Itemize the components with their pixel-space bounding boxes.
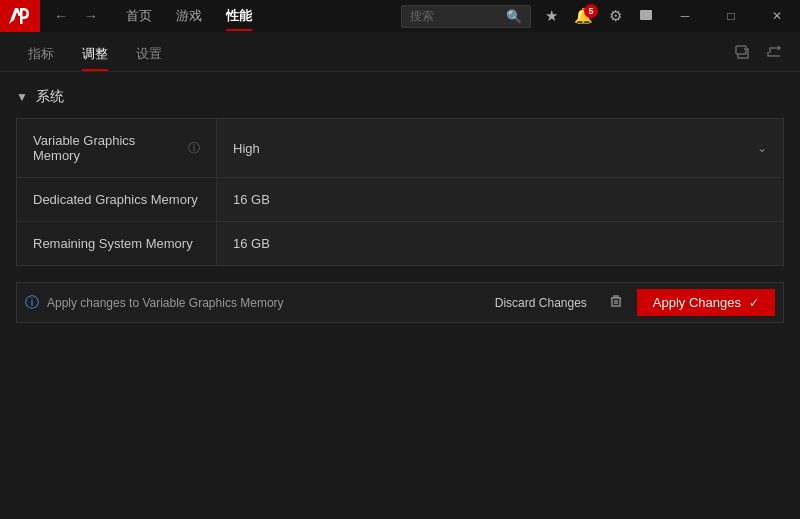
table-row: Variable Graphics Memory ⓘ High ⌄ [17, 119, 783, 178]
subnav-right [730, 42, 786, 71]
search-box[interactable]: 🔍 [401, 5, 531, 28]
remaining-memory-value-text: 16 GB [233, 236, 270, 251]
amd-logo-icon [9, 8, 31, 24]
dropdown-arrow-icon: ⌄ [757, 141, 767, 155]
apply-changes-label: Apply Changes [653, 295, 741, 310]
variable-graphics-label: Variable Graphics Memory ⓘ [17, 119, 217, 177]
variable-graphics-label-text: Variable Graphics Memory [33, 133, 182, 163]
titlebar-left: ← → 首页 游戏 性能 [0, 0, 266, 32]
window-controls: ─ □ ✕ [662, 0, 800, 32]
nav-item-home[interactable]: 首页 [116, 1, 162, 31]
settings-icon[interactable]: ⚙ [601, 1, 630, 31]
maximize-button[interactable]: □ [708, 0, 754, 32]
subnav: 指标 调整 设置 [0, 32, 800, 72]
action-bar: ⓘ Apply changes to Variable Graphics Mem… [16, 282, 784, 323]
dedicated-graphics-value-text: 16 GB [233, 192, 270, 207]
info-icon-variable[interactable]: ⓘ [188, 140, 200, 157]
titlebar: ← → 首页 游戏 性能 🔍 ★ 🔔 5 ⚙ ─ □ ✕ [0, 0, 800, 32]
remaining-memory-value: 16 GB [217, 222, 783, 265]
collapse-icon[interactable]: ▼ [16, 90, 28, 104]
trash-button[interactable] [603, 290, 629, 315]
svg-rect-1 [736, 46, 746, 54]
tab-tuning[interactable]: 调整 [68, 37, 122, 71]
amd-logo [0, 0, 40, 32]
favorites-icon[interactable]: ★ [537, 1, 566, 31]
titlebar-right: 🔍 ★ 🔔 5 ⚙ ─ □ ✕ [401, 0, 800, 32]
forward-arrow[interactable]: → [78, 4, 104, 28]
content: ▼ 系统 Variable Graphics Memory ⓘ High ⌄ D… [0, 72, 800, 323]
section-title: 系统 [36, 88, 64, 106]
notification-badge: 5 [584, 4, 598, 18]
close-button[interactable]: ✕ [754, 0, 800, 32]
section-header: ▼ 系统 [16, 88, 784, 106]
subnav-left: 指标 调整 设置 [14, 37, 176, 71]
nav-item-games[interactable]: 游戏 [166, 1, 212, 31]
apply-changes-button[interactable]: Apply Changes ✓ [637, 289, 775, 316]
dedicated-graphics-label-text: Dedicated Graphics Memory [33, 192, 198, 207]
discard-changes-button[interactable]: Discard Changes [487, 292, 595, 314]
export-icon[interactable] [730, 42, 754, 65]
search-input[interactable] [410, 9, 500, 23]
dedicated-graphics-value: 16 GB [217, 178, 783, 221]
action-info-text: Apply changes to Variable Graphics Memor… [47, 296, 479, 310]
apply-check-icon: ✓ [749, 296, 759, 310]
svg-rect-0 [640, 10, 652, 20]
variable-graphics-value[interactable]: High ⌄ [217, 119, 783, 177]
table-row: Dedicated Graphics Memory 16 GB [17, 178, 783, 222]
variable-graphics-value-text: High [233, 141, 260, 156]
nav-item-performance[interactable]: 性能 [216, 1, 262, 31]
tab-settings[interactable]: 设置 [122, 37, 176, 71]
tab-metrics[interactable]: 指标 [14, 37, 68, 71]
remaining-memory-label: Remaining System Memory [17, 222, 217, 265]
action-info-icon: ⓘ [25, 294, 39, 312]
search-icon: 🔍 [506, 9, 522, 24]
minimize-button[interactable]: ─ [662, 0, 708, 32]
table-row: Remaining System Memory 16 GB [17, 222, 783, 265]
remaining-memory-label-text: Remaining System Memory [33, 236, 193, 251]
nav-arrows: ← → [40, 4, 112, 28]
notification-icon[interactable]: 🔔 5 [566, 1, 601, 31]
settings-table: Variable Graphics Memory ⓘ High ⌄ Dedica… [16, 118, 784, 266]
back-arrow[interactable]: ← [48, 4, 74, 28]
nav-items: 首页 游戏 性能 [112, 1, 266, 31]
share-icon[interactable] [762, 42, 786, 65]
dedicated-graphics-label: Dedicated Graphics Memory [17, 178, 217, 221]
profile-icon[interactable] [630, 2, 662, 30]
